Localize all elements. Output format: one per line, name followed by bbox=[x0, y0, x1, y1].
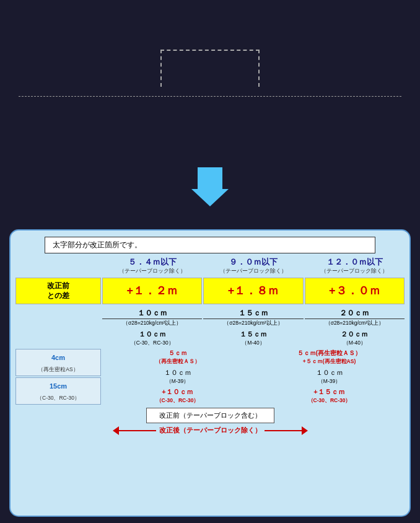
row-label: 改正前との差 bbox=[15, 278, 101, 305]
bottom-label-text: 改正前（テーパーブロック含む） bbox=[159, 411, 261, 419]
left-box-1-sub: （再生密粒AS） bbox=[38, 366, 78, 372]
yellow-cell-1: +１．２ｍ bbox=[102, 278, 202, 305]
col3-row1: ５ｃｍ(再生密粒ＡＳ） +５ｃｍ(再生密粒AS) bbox=[254, 349, 405, 367]
sub-cell-2: １５ｃｍ （M-40） bbox=[203, 330, 303, 347]
cm-sub-3: （σ28=210kg/cm²以上） bbox=[325, 320, 384, 326]
col2-r3-val: +１０ｃｍ bbox=[162, 388, 193, 395]
left-boxes: 4cm （再生密粒AS） 15cm （C-30、RC-30） bbox=[15, 349, 101, 405]
col3-row3: +１５ｃｍ （C-30、RC-30） bbox=[254, 387, 405, 405]
notice-text: 太字部分が改正箇所です。 bbox=[53, 240, 142, 250]
col3-inner: ５ｃｍ(再生密粒ＡＳ） +５ｃｍ(再生密粒AS) １０ｃｍ （M-39） +１５… bbox=[254, 349, 405, 405]
col3-row2: １０ｃｍ （M-39） bbox=[254, 368, 405, 386]
row-label-text: 改正前との差 bbox=[47, 281, 69, 302]
sub-cm-val-2: １５ｃｍ bbox=[240, 330, 267, 338]
bottom-label-row: 改正前（テーパーブロック含む） bbox=[15, 408, 405, 423]
sub-cm-sub-1: （C-30、RC-30） bbox=[131, 340, 174, 346]
col2-row2: １０ｃｍ （M-39） bbox=[102, 368, 253, 386]
page-container: 太字部分が改正箇所です。 ５．４ｍ以下 （テーパーブロック除く） ９．０ｍ以下 … bbox=[0, 0, 420, 523]
dashed-box bbox=[160, 50, 260, 87]
col2-row1: ５ｃｍ （再生密粒ＡＳ） bbox=[102, 349, 253, 367]
header-main-3: １２．０ｍ以下 bbox=[305, 257, 405, 268]
top-diagram bbox=[160, 50, 260, 99]
data-cell-1: １０ｃｍ （σ28=210kg/cm²以上） bbox=[102, 308, 202, 327]
header-sub-3: （テーパーブロック除く） bbox=[305, 268, 405, 275]
data-cell-2: １５ｃｍ （σ28=210kg/cm²以上） bbox=[203, 308, 303, 327]
col3-r1-plus: +５ｃｍ(再生密粒AS) bbox=[303, 358, 356, 364]
bottom-label-box: 改正前（テーパーブロック含む） bbox=[146, 408, 274, 423]
data-cell-3: ２０ｃｍ （σ28=210kg/cm²以上） bbox=[305, 308, 405, 327]
arrow-line-left bbox=[119, 430, 156, 431]
header-col-3: １２．０ｍ以下 （テーパーブロック除く） bbox=[305, 257, 405, 275]
col3-r3-sub: （C-30、RC-30） bbox=[308, 397, 351, 403]
col2-r1-sub: （再生密粒ＡＳ） bbox=[155, 358, 200, 364]
cm-main-3: ２０ｃｍ bbox=[305, 308, 405, 319]
sub-cm-val-1: １０ｃｍ bbox=[139, 330, 166, 338]
spacer bbox=[15, 308, 101, 327]
col2-r2-sub: （M-39） bbox=[166, 378, 189, 384]
header-col-2: ９．０ｍ以下 （テーパーブロック除く） bbox=[203, 257, 303, 275]
sub-cell-3: ２０ｃｍ （M-40） bbox=[305, 330, 405, 347]
yellow-cell-3: +３．０ｍ bbox=[305, 278, 405, 305]
left-box-2: 15cm （C-30、RC-30） bbox=[15, 377, 101, 405]
header-sub-1: （テーパーブロック除く） bbox=[102, 268, 202, 275]
sub-cm-sub-2: （M-40） bbox=[242, 340, 265, 346]
header-main-1: ５．４ｍ以下 bbox=[102, 257, 202, 268]
arrow-label: 改正後（テーパーブロック除く） bbox=[159, 426, 261, 435]
left-arrow bbox=[113, 426, 156, 435]
col3-r2-val: １０ｃｍ bbox=[316, 369, 343, 376]
col3-r2-sub: （M-39） bbox=[318, 378, 341, 384]
header-main-2: ９．０ｍ以下 bbox=[203, 257, 303, 268]
sub-cm-sub-3: （M-40） bbox=[343, 340, 366, 346]
arrow-tip-left-icon bbox=[113, 426, 119, 435]
notice-box: 太字部分が改正箇所です。 bbox=[45, 237, 375, 253]
sub-cm-row: １０ｃｍ （C-30、RC-30） １５ｃｍ （M-40） ２０ｃｍ （M-40… bbox=[15, 328, 405, 348]
inner-section: 4cm （再生密粒AS） 15cm （C-30、RC-30） ５ｃｍ （再生密粒… bbox=[15, 349, 405, 405]
col3-r1-val: ５ｃｍ(再生密粒ＡＳ） bbox=[297, 349, 361, 356]
col2-r3-sub: （C-30、RC-30） bbox=[156, 397, 199, 403]
col2-r2-val: １０ｃｍ bbox=[164, 369, 191, 376]
horizontal-line bbox=[19, 96, 401, 97]
header-sub-2: （テーパーブロック除く） bbox=[203, 268, 303, 275]
yellow-row: 改正前との差 +１．２ｍ +１．８ｍ +３．０ｍ bbox=[15, 278, 405, 305]
bottom-section: 太字部分が改正箇所です。 ５．４ｍ以下 （テーパーブロック除く） ９．０ｍ以下 … bbox=[9, 229, 411, 517]
col3-r3-val: +１５ｃｍ bbox=[313, 388, 344, 395]
cm-main-1: １０ｃｍ bbox=[102, 308, 202, 319]
arrow-head bbox=[191, 189, 229, 206]
col2-r1-val: ５ｃｍ bbox=[168, 349, 187, 356]
left-box-2-sub: （C-30、RC-30） bbox=[37, 395, 80, 401]
sub-cell-1: １０ｃｍ （C-30、RC-30） bbox=[102, 330, 202, 347]
col2-row3: +１０ｃｍ （C-30、RC-30） bbox=[102, 387, 253, 405]
content-rows: １０ｃｍ （σ28=210kg/cm²以上） １５ｃｍ （σ28=210kg/c… bbox=[15, 307, 405, 435]
header-col-1: ５．４ｍ以下 （テーパーブロック除く） bbox=[102, 257, 202, 275]
spacer2 bbox=[15, 330, 101, 347]
cm-sub-1: （σ28=210kg/cm²以上） bbox=[123, 320, 182, 326]
arrow-line-right bbox=[265, 430, 302, 431]
top-cm-row: １０ｃｍ （σ28=210kg/cm²以上） １５ｃｍ （σ28=210kg/c… bbox=[15, 307, 405, 328]
cm-main-2: １５ｃｍ bbox=[203, 308, 303, 319]
top-section bbox=[0, 0, 420, 229]
arrow-tip-right-icon bbox=[302, 426, 308, 435]
arrow-body bbox=[198, 167, 222, 189]
sub-cm-val-3: ２０ｃｍ bbox=[341, 330, 368, 338]
header-row: ５．４ｍ以下 （テーパーブロック除く） ９．０ｍ以下 （テーパーブロック除く） … bbox=[15, 257, 405, 275]
right-arrow bbox=[265, 426, 308, 435]
bottom-arrow-row: 改正後（テーパーブロック除く） bbox=[15, 426, 405, 435]
left-box-1-val: 4cm bbox=[51, 354, 65, 361]
down-arrow bbox=[191, 167, 229, 206]
yellow-cell-2: +１．８ｍ bbox=[203, 278, 303, 305]
cm-sub-2: （σ28=210kg/cm²以上） bbox=[224, 320, 282, 326]
col2-inner: ５ｃｍ （再生密粒ＡＳ） １０ｃｍ （M-39） +１０ｃｍ （C-30、RC-… bbox=[102, 349, 253, 405]
left-box-1: 4cm （再生密粒AS） bbox=[15, 349, 101, 376]
left-box-2-val: 15cm bbox=[50, 382, 67, 390]
